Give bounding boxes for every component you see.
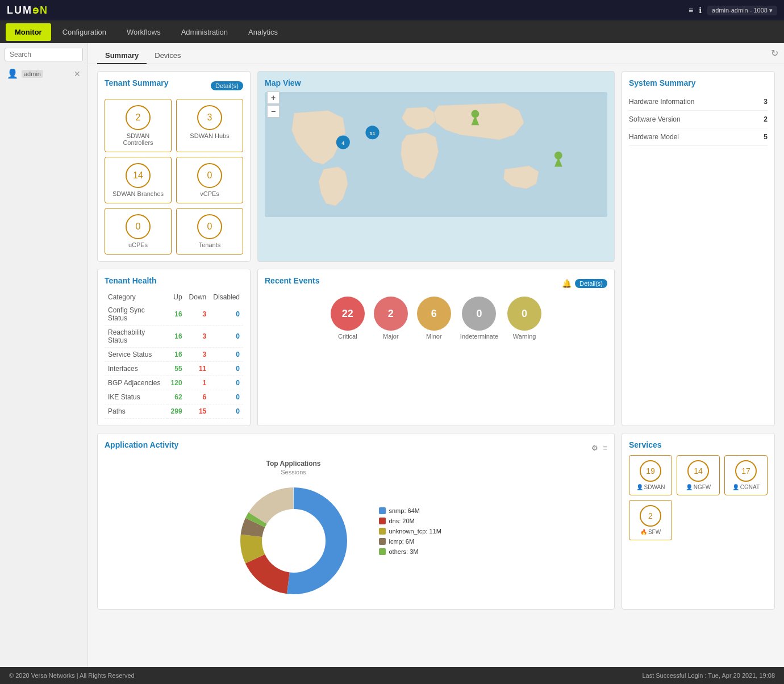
tenant-tenants-label: Tenants (182, 241, 237, 248)
tenant-sdwan-controllers[interactable]: 2 SDWAN Controllers (105, 99, 172, 152)
service-sdwan[interactable]: 19 👤 SDWAN (629, 455, 672, 495)
tab-summary[interactable]: Summary (97, 48, 147, 64)
service-sfw[interactable]: 2 🔥 SFW (629, 500, 672, 540)
tab-devices[interactable]: Devices (147, 48, 189, 64)
warning-circle: 0 (507, 297, 541, 331)
refresh-icon[interactable]: ↻ (771, 48, 778, 59)
tenant-health-card: Tenant Health Category Up Down Disabled … (97, 269, 251, 426)
event-critical[interactable]: 22 Critical (331, 297, 365, 340)
sys-hardware-count: 3 (764, 98, 768, 106)
tenant-summary-details-btn[interactable]: Detail(s) (211, 81, 243, 90)
tenant-vcpes-label: vCPEs (182, 190, 237, 197)
tenant-hubs-label: SDWAN Hubs (182, 132, 237, 139)
health-interfaces-up: 55 (168, 362, 186, 376)
bell-icon[interactable]: 🔔 (562, 279, 572, 288)
map-svg: 4 11 (265, 92, 607, 217)
tenant-vcpes[interactable]: 0 vCPEs (176, 157, 243, 203)
event-warning[interactable]: 0 Warning (507, 297, 541, 340)
health-paths-down: 15 (186, 404, 210, 419)
menu-icon[interactable]: ≡ (603, 444, 607, 452)
map-background: 4 11 (265, 92, 607, 217)
service-ngfw-icon: 👤 (686, 484, 693, 490)
health-service-status-down: 3 (186, 348, 210, 362)
system-summary-card: System Summary Hardware Information 3 So… (622, 71, 775, 426)
tenant-sdwan-branches[interactable]: 14 SDWAN Branches (105, 157, 172, 203)
service-cgnat-circle: 17 (735, 460, 757, 482)
services-card: Services 19 👤 SDWAN 14 👤 NGFW (622, 433, 775, 610)
table-row: Config Sync Status 16 3 0 (105, 303, 243, 326)
map-zoom-out[interactable]: − (267, 105, 280, 118)
warning-label: Warning (507, 333, 541, 340)
map-zoom-in[interactable]: + (267, 91, 280, 104)
sys-hw-model-label: Hardware Model (629, 133, 679, 141)
tenant-summary-title: Tenant Summary (105, 78, 169, 87)
service-sdwan-label: 👤 SDWAN (634, 484, 667, 490)
health-config-sync-label: Config Sync Status (105, 303, 168, 326)
health-interfaces-disabled: 0 (210, 362, 243, 376)
critical-label: Critical (331, 333, 365, 340)
service-sfw-icon: 🔥 (640, 529, 647, 535)
service-ngfw[interactable]: 14 👤 NGFW (677, 455, 720, 495)
major-label: Major (374, 333, 408, 340)
sys-software-count: 2 (764, 115, 768, 123)
health-paths-label: Paths (105, 404, 168, 419)
sys-software-version: Software Version 2 (629, 111, 768, 128)
legend-icmp-label: icmp: 6M (389, 538, 415, 545)
sidebar-username: admin (22, 70, 43, 78)
nav-workflows[interactable]: Workflows (118, 23, 170, 41)
recent-events-details-btn[interactable]: Detail(s) (575, 279, 607, 288)
minor-label: Minor (417, 333, 451, 340)
svg-point-6 (472, 110, 479, 118)
footer-login: Last Successful Login : Tue, Apr 20 2021… (642, 672, 775, 679)
health-reachability-disabled: 0 (210, 326, 243, 348)
gear-icon[interactable]: ⚙ (591, 444, 598, 452)
services-title: Services (629, 440, 768, 449)
tenant-sdwan-hubs[interactable]: 3 SDWAN Hubs (176, 99, 243, 152)
nav-administration[interactable]: Administration (172, 23, 237, 41)
event-minor[interactable]: 6 Minor (417, 297, 451, 340)
health-service-status-up: 16 (168, 348, 186, 362)
info-icon[interactable]: ℹ (699, 6, 702, 15)
nav-configuration[interactable]: Configuration (53, 23, 115, 41)
tenant-controllers-circle: 2 (126, 105, 151, 130)
health-paths-disabled: 0 (210, 404, 243, 419)
tenant-hubs-circle: 3 (197, 105, 222, 130)
svg-point-15 (268, 515, 320, 567)
health-reachability-up: 16 (168, 326, 186, 348)
content-wrap: 👤 admin ✕ ↻ Summary Devices Tenant Summa… (0, 43, 784, 667)
event-indeterminate[interactable]: 0 Indeterminate (460, 297, 498, 340)
service-cgnat[interactable]: 17 👤 CGNAT (724, 455, 768, 495)
clear-icon[interactable]: ✕ (74, 69, 81, 78)
tenant-tenants[interactable]: 0 Tenants (176, 208, 243, 255)
tenant-summary-card: Tenant Summary Detail(s) 2 SDWAN Control… (97, 71, 251, 262)
legend-snmp: snmp: 64M (379, 507, 493, 514)
table-row: BGP Adjacencies 120 1 0 (105, 376, 243, 390)
major-circle: 2 (374, 297, 408, 331)
sys-hw-model-count: 5 (764, 133, 768, 141)
chart-title: Top Applications (220, 460, 368, 468)
search-input[interactable] (5, 48, 83, 61)
events-header-icons: 🔔 Detail(s) (562, 279, 607, 288)
tenant-tenants-circle: 0 (197, 214, 222, 239)
tenant-summary-header: Tenant Summary Detail(s) (105, 78, 243, 93)
health-config-sync-down: 3 (186, 303, 210, 326)
sidebar-user-row: 👤 admin ✕ (5, 66, 83, 81)
tenant-ucpes[interactable]: 0 uCPEs (105, 208, 172, 255)
sys-software-label: Software Version (629, 115, 681, 123)
event-major[interactable]: 2 Major (374, 297, 408, 340)
page-content: Tenant Summary Detail(s) 2 SDWAN Control… (88, 64, 784, 616)
legend-unknown-tcp: unknown_tcp: 11M (379, 528, 493, 535)
sidebar: 👤 admin ✕ (0, 43, 88, 667)
nav-analytics[interactable]: Analytics (239, 23, 287, 41)
user-icon: 👤 (7, 68, 18, 79)
health-ike-up: 62 (168, 390, 186, 404)
chart-legend: snmp: 64M dns: 20M unknown_tcp: 11M (379, 469, 493, 594)
app-activity-header: Application Activity ⚙ ≡ (105, 440, 607, 455)
svg-text:4: 4 (341, 140, 345, 146)
user-label[interactable]: admin-admin - 1008 ▾ (707, 6, 777, 15)
services-grid: 19 👤 SDWAN 14 👤 NGFW 1 (629, 455, 768, 495)
docs-icon[interactable]: ≡ (689, 6, 693, 15)
legend-icmp: icmp: 6M (379, 538, 493, 545)
nav-monitor[interactable]: Monitor (6, 23, 51, 41)
topbar: LUMɘN ≡ ℹ admin-admin - 1008 ▾ (0, 0, 784, 20)
